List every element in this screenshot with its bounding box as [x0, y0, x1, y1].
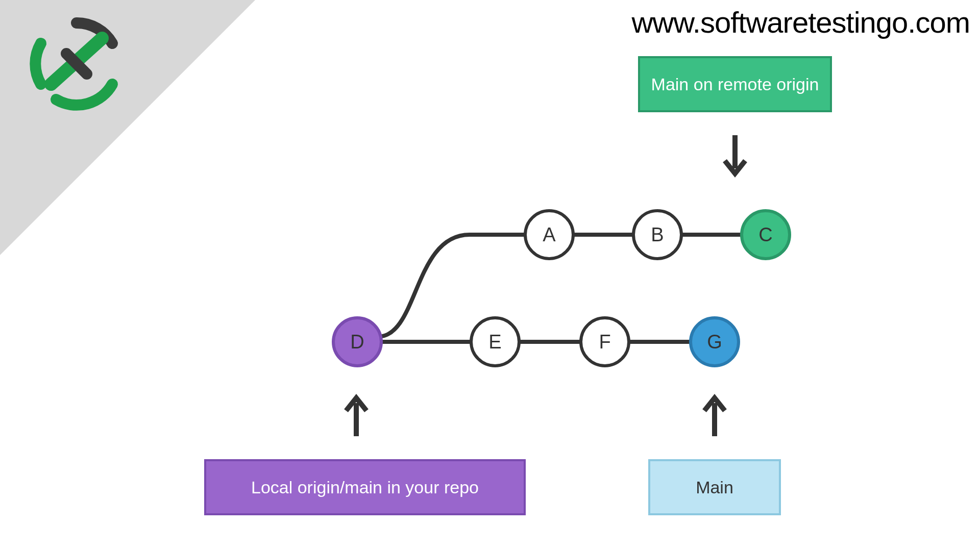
node-label: B: [651, 224, 664, 246]
commit-node-b: B: [632, 209, 683, 260]
commit-node-a: A: [524, 209, 575, 260]
commit-node-g: G: [689, 316, 740, 367]
node-label: F: [599, 331, 610, 353]
node-label: C: [758, 224, 772, 246]
site-url: www.softwaretestingo.com: [631, 5, 970, 39]
node-label: D: [350, 331, 364, 353]
node-label: A: [543, 224, 555, 246]
commit-node-c: C: [740, 209, 791, 260]
node-label: E: [488, 331, 501, 353]
commit-node-f: F: [579, 316, 630, 367]
commit-node-e: E: [470, 316, 521, 367]
site-logo: [26, 13, 128, 115]
commit-node-d: D: [332, 316, 383, 367]
node-label: G: [707, 331, 722, 353]
git-diagram: Main on remote origin Local origin/main …: [194, 51, 857, 541]
